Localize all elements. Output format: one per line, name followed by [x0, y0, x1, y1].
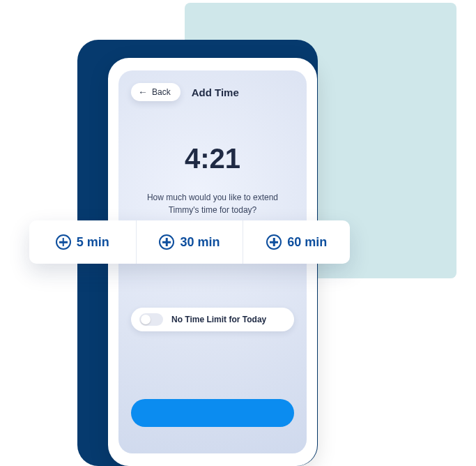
- no-limit-row[interactable]: No Time Limit for Today: [131, 308, 294, 331]
- plus-icon: [266, 234, 282, 250]
- confirm-button[interactable]: [131, 399, 294, 427]
- option-30min[interactable]: 30 min: [136, 220, 243, 264]
- option-60min[interactable]: 60 min: [243, 220, 350, 264]
- time-display: 4:21: [131, 143, 294, 174]
- no-limit-label: No Time Limit for Today: [171, 315, 266, 324]
- back-button[interactable]: ← Back: [131, 83, 181, 101]
- time-options-bar: 5 min 30 min 60 min: [29, 220, 350, 264]
- option-label: 30 min: [180, 235, 220, 250]
- plus-icon: [56, 234, 71, 250]
- option-label: 60 min: [287, 235, 327, 250]
- arrow-left-icon: ←: [138, 87, 148, 97]
- toggle-knob-icon: [141, 315, 151, 324]
- option-5min[interactable]: 5 min: [29, 220, 136, 264]
- back-label: Back: [152, 87, 171, 97]
- prompt-text: How much would you like to extend Timmy'…: [131, 191, 294, 216]
- option-label: 5 min: [77, 235, 109, 250]
- header: ← Back Add Time: [131, 83, 294, 101]
- plus-icon: [159, 234, 174, 250]
- no-limit-toggle[interactable]: [139, 313, 163, 326]
- page-title: Add Time: [192, 87, 239, 98]
